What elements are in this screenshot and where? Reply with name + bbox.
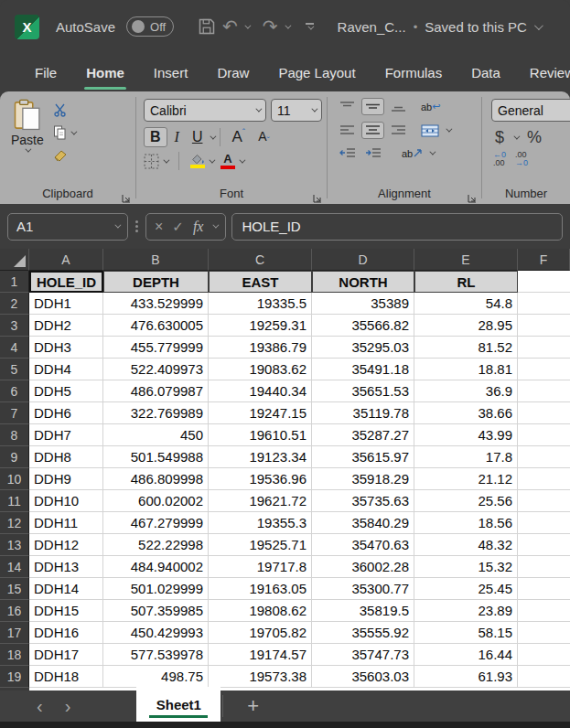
cell-C13[interactable]: 19525.71 [209,534,312,556]
underline-chevron-icon[interactable] [210,133,217,139]
cell-F9[interactable] [518,446,570,468]
row-header-19[interactable]: 19 [0,666,29,688]
cell-A15[interactable]: DDH14 [29,578,103,600]
font-dialog-launcher[interactable] [312,193,323,204]
cell-D7[interactable]: 35119.78 [312,402,414,424]
cell-C9[interactable]: 19123.34 [209,446,312,468]
cell-C18[interactable]: 19174.57 [209,644,312,666]
cell-C11[interactable]: 19621.72 [209,490,312,512]
row-header-7[interactable]: 7 [0,402,29,424]
row-header-11[interactable]: 11 [0,490,29,512]
cut-button[interactable] [53,102,75,118]
cell-A6[interactable]: DDH5 [29,380,103,402]
decrease-indent-button[interactable] [337,145,359,161]
cell-B13[interactable]: 522.22998 [103,534,209,556]
row-header-13[interactable]: 13 [0,534,29,556]
cell-C12[interactable]: 19355.3 [209,512,312,534]
format-painter-button[interactable] [53,147,75,164]
row-header-4[interactable]: 4 [0,337,29,359]
cell-B2[interactable]: 433.529999 [103,293,209,315]
name-box[interactable]: A1 [7,213,128,241]
cell-F11[interactable] [518,490,570,512]
row-header-6[interactable]: 6 [0,380,29,402]
cell-E9[interactable]: 17.8 [414,446,518,468]
font-size-combobox[interactable]: 11 [271,99,322,122]
decrease-decimal-button[interactable]: .00→0 [515,151,528,168]
shrink-font-button[interactable]: Aˇ [253,127,275,147]
cell-D2[interactable]: 35389 [312,293,414,315]
cell-D12[interactable]: 35840.29 [312,512,414,534]
clipboard-dialog-launcher[interactable] [121,193,132,204]
cell-D15[interactable]: 35300.77 [312,578,414,600]
cell-D9[interactable]: 35615.97 [312,446,414,468]
cell-A5[interactable]: DDH4 [29,359,103,380]
borders-button[interactable] [144,154,167,169]
cell-C3[interactable]: 19259.31 [209,315,312,337]
cell-A16[interactable]: DDH15 [29,600,103,622]
wrap-text-button[interactable]: ab↩ [418,99,443,114]
row-header-12[interactable]: 12 [0,512,29,534]
row-header-1[interactable]: 1 [0,271,29,293]
fx-chevron-icon[interactable] [213,222,220,229]
font-name-combobox[interactable]: Calibri [144,99,266,122]
cell-E14[interactable]: 15.32 [414,556,518,578]
column-header-C[interactable]: C [209,249,312,271]
cell-A19[interactable]: DDH18 [29,666,103,688]
cell-E7[interactable]: 38.66 [414,402,518,424]
cell-D14[interactable]: 36002.28 [312,556,414,578]
cell-D17[interactable]: 35555.92 [312,622,414,644]
number-format-combobox[interactable]: General [491,99,570,122]
cell-B8[interactable]: 450 [103,424,209,446]
row-header-17[interactable]: 17 [0,622,29,644]
cell-F6[interactable] [518,380,570,402]
align-bottom-button[interactable] [388,99,409,114]
redo-chevron-icon[interactable] [285,22,291,28]
cell-F7[interactable] [518,402,570,424]
cell-A1[interactable]: HOLE_ID [29,271,103,293]
cell-A13[interactable]: DDH12 [29,534,103,556]
paste-button[interactable]: Paste [11,99,44,164]
cell-A17[interactable]: DDH16 [29,622,103,644]
tab-data[interactable]: Data [457,61,515,86]
cell-A18[interactable]: DDH17 [29,644,103,666]
row-header-3[interactable]: 3 [0,315,29,337]
underline-button[interactable]: U [187,128,209,146]
merge-center-chevron-icon[interactable] [446,126,452,133]
row-header-2[interactable]: 2 [0,293,29,315]
tab-home[interactable]: Home [71,61,139,86]
cell-C4[interactable]: 19386.79 [209,337,312,359]
cell-D5[interactable]: 35491.18 [312,359,414,380]
cell-A11[interactable]: DDH10 [29,490,103,512]
cell-D6[interactable]: 35651.53 [312,380,414,402]
sheet-tab-sheet1[interactable]: Sheet1 [136,687,220,722]
cell-D18[interactable]: 35747.73 [312,644,414,666]
bold-button[interactable]: B [144,127,167,147]
cell-E15[interactable]: 25.45 [414,578,518,600]
align-left-button[interactable] [337,123,358,138]
cell-D8[interactable]: 35287.27 [312,424,414,446]
tab-formulas[interactable]: Formulas [371,61,457,86]
cell-E1[interactable]: RL [414,271,518,293]
cell-C15[interactable]: 19163.05 [209,578,312,600]
percent-button[interactable]: % [527,128,542,147]
orientation-button[interactable]: ab [399,146,425,161]
row-header-8[interactable]: 8 [0,424,29,446]
cell-B12[interactable]: 467.279999 [103,512,209,534]
italic-button[interactable]: I [169,128,185,146]
formula-input[interactable]: HOLE_ID [231,213,563,241]
cell-E4[interactable]: 81.52 [414,337,518,359]
cell-D11[interactable]: 35735.63 [312,490,414,512]
row-header-5[interactable]: 5 [0,359,29,380]
align-right-button[interactable] [388,123,409,138]
tab-insert[interactable]: Insert [139,61,203,86]
copy-button[interactable] [53,124,75,141]
cell-E6[interactable]: 36.9 [414,380,518,402]
cell-E12[interactable]: 18.56 [414,512,518,534]
cell-A14[interactable]: DDH13 [29,556,103,578]
cell-B14[interactable]: 484.940002 [103,556,209,578]
insert-function-button[interactable]: fx [193,219,204,235]
fill-color-button[interactable] [190,154,213,168]
prev-sheet-button[interactable]: ‹ [26,697,54,715]
cell-F19[interactable] [518,666,570,688]
column-header-D[interactable]: D [312,249,414,271]
